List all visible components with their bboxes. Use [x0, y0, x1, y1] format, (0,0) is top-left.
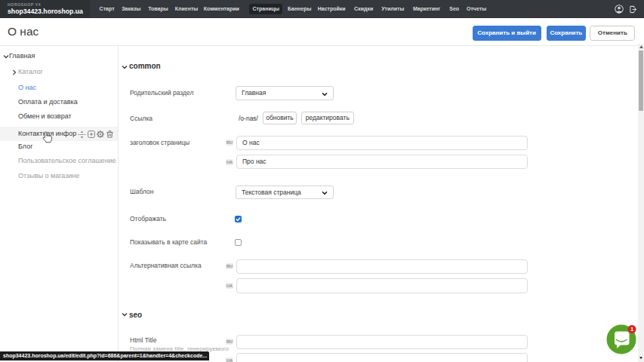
svg-text:1: 1 — [630, 326, 633, 333]
